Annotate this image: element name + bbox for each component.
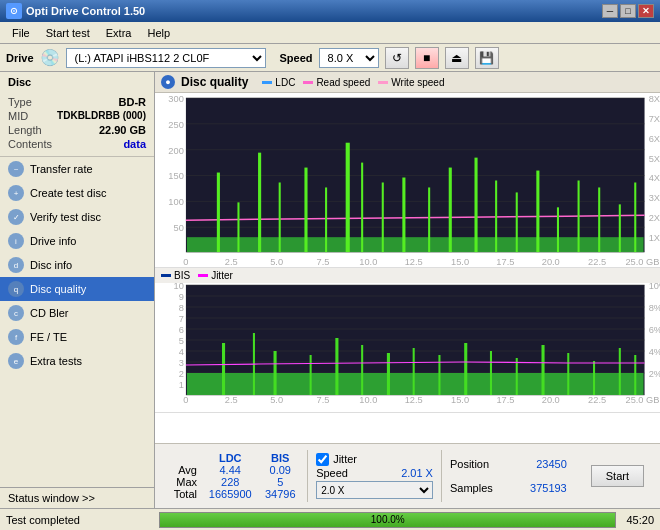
eject-button[interactable]: ⏏ <box>445 47 469 69</box>
read-speed-legend-label: Read speed <box>316 77 370 88</box>
write-speed-legend-label: Write speed <box>391 77 444 88</box>
svg-text:15.0: 15.0 <box>451 395 469 403</box>
titlebar: ⊙ Opti Drive Control 1.50 ─ □ ✕ <box>0 0 660 22</box>
svg-rect-82 <box>222 343 225 395</box>
svg-text:250: 250 <box>168 120 183 130</box>
svg-text:300: 300 <box>168 94 183 104</box>
menu-start-test[interactable]: Start test <box>38 25 98 41</box>
drive-icon: 💿 <box>40 48 60 67</box>
svg-rect-28 <box>325 187 327 252</box>
total-bis: 34796 <box>259 488 301 500</box>
svg-rect-29 <box>346 143 350 252</box>
svg-rect-84 <box>274 351 277 395</box>
stop-button[interactable]: ■ <box>415 47 439 69</box>
app-icon: ⊙ <box>6 3 22 19</box>
close-button[interactable]: ✕ <box>638 4 654 18</box>
position-label: Position <box>450 458 489 470</box>
sidebar-item-drive-info[interactable]: i Drive info <box>0 229 154 253</box>
sidebar-item-transfer-rate-label: Transfer rate <box>30 163 93 175</box>
avg-row: Avg 4.44 0.09 <box>161 464 301 476</box>
legend-jitter: Jitter <box>198 270 233 281</box>
ldc-legend-label: LDC <box>275 77 295 88</box>
svg-text:2X: 2X <box>649 213 660 223</box>
main-container: Disc Type BD-R MID TDKBLDRBB (000) Lengt… <box>0 72 660 508</box>
svg-text:17.5: 17.5 <box>496 257 514 267</box>
progress-bar-container: 100.0% 45:20 <box>155 508 660 530</box>
svg-text:12.5: 12.5 <box>405 395 423 403</box>
restore-button[interactable]: □ <box>620 4 636 18</box>
legend-bis: BIS <box>161 270 190 281</box>
lower-chart-svg: 10 9 8 7 6 5 4 3 2 1 10% 8% 6% 4% 2% <box>155 283 660 403</box>
svg-text:2.5: 2.5 <box>225 257 238 267</box>
sidebar-item-create-test-disc-label: Create test disc <box>30 187 106 199</box>
bis-header: BIS <box>259 452 301 464</box>
svg-text:6X: 6X <box>649 134 660 144</box>
total-ldc: 1665900 <box>201 488 259 500</box>
sidebar-item-fe-te[interactable]: f FE / TE <box>0 325 154 349</box>
svg-rect-98 <box>634 355 636 395</box>
chart-title: Disc quality <box>181 75 248 89</box>
sidebar-item-cd-bler[interactable]: c CD Bler <box>0 301 154 325</box>
svg-rect-81 <box>187 373 644 395</box>
svg-text:5X: 5X <box>649 154 660 164</box>
menu-extra[interactable]: Extra <box>98 25 140 41</box>
svg-rect-27 <box>304 168 307 253</box>
speed-stat-select[interactable]: 2.0 X 4.0 X <box>316 481 433 499</box>
sidebar-item-disc-info[interactable]: d Disc info <box>0 253 154 277</box>
chart-header: ● Disc quality LDC Read speed Write spee… <box>155 72 660 93</box>
sidebar-item-verify-test-disc-label: Verify test disc <box>30 211 101 223</box>
svg-text:12.5: 12.5 <box>405 257 423 267</box>
position-row: Position 23450 <box>450 458 567 470</box>
disc-type-row: Type BD-R <box>8 96 146 108</box>
svg-rect-25 <box>258 153 261 252</box>
status-window-button[interactable]: Status window >> <box>0 488 154 508</box>
jitter-row: Jitter <box>316 453 433 466</box>
position-value: 23450 <box>536 458 567 470</box>
refresh-button[interactable]: ↺ <box>385 47 409 69</box>
drive-info-icon: i <box>8 233 24 249</box>
disc-mid-value: TDKBLDRBB (000) <box>57 110 146 122</box>
menu-help[interactable]: Help <box>139 25 178 41</box>
sidebar-item-fe-te-label: FE / TE <box>30 331 67 343</box>
svg-text:25.0 GB: 25.0 GB <box>625 257 659 267</box>
max-label: Max <box>161 476 201 488</box>
samples-label: Samples <box>450 482 493 494</box>
sidebar-item-drive-info-label: Drive info <box>30 235 76 247</box>
upper-chart-svg: 300 250 200 150 100 50 8X 7X 6X 5X 4X 3X… <box>155 93 660 267</box>
sidebar-item-create-test-disc[interactable]: + Create test disc <box>0 181 154 205</box>
speed-stat-label: Speed <box>316 467 348 479</box>
start-button[interactable]: Start <box>591 465 644 487</box>
content-area: ● Disc quality LDC Read speed Write spee… <box>155 72 660 508</box>
max-row: Max 228 5 <box>161 476 301 488</box>
sidebar-item-extra-tests[interactable]: e Extra tests <box>0 349 154 373</box>
svg-text:17.5: 17.5 <box>496 395 514 403</box>
svg-text:10%: 10% <box>649 283 660 291</box>
svg-text:8: 8 <box>179 303 184 313</box>
svg-rect-96 <box>593 361 595 395</box>
svg-text:3: 3 <box>179 358 184 368</box>
sidebar-item-disc-quality[interactable]: q Disc quality <box>0 277 154 301</box>
svg-text:10.0: 10.0 <box>359 257 377 267</box>
svg-text:100: 100 <box>168 197 183 207</box>
save-button[interactable]: 💾 <box>475 47 499 69</box>
minimize-button[interactable]: ─ <box>602 4 618 18</box>
sidebar-item-disc-quality-label: Disc quality <box>30 283 86 295</box>
legend-ldc: LDC <box>262 77 295 88</box>
svg-rect-89 <box>413 348 415 395</box>
progress-text: 100.0% <box>160 513 615 527</box>
drive-select[interactable]: (L:) ATAPI iHBS112 2 CL0F <box>66 48 266 68</box>
speed-select[interactable]: 8.0 X 6.0 X 4.0 X 2.0 X <box>319 48 379 68</box>
extra-tests-icon: e <box>8 353 24 369</box>
fe-te-icon: f <box>8 329 24 345</box>
svg-rect-39 <box>557 207 559 252</box>
svg-text:22.5: 22.5 <box>588 257 606 267</box>
sidebar: Disc Type BD-R MID TDKBLDRBB (000) Lengt… <box>0 72 155 508</box>
svg-text:150: 150 <box>168 172 183 182</box>
svg-rect-87 <box>361 345 363 395</box>
svg-text:25.0 GB: 25.0 GB <box>625 395 659 403</box>
sidebar-item-verify-test-disc[interactable]: ✓ Verify test disc <box>0 205 154 229</box>
sidebar-item-transfer-rate[interactable]: ~ Transfer rate <box>0 157 154 181</box>
avg-bis: 0.09 <box>259 464 301 476</box>
menu-file[interactable]: File <box>4 25 38 41</box>
jitter-checkbox[interactable] <box>316 453 329 466</box>
